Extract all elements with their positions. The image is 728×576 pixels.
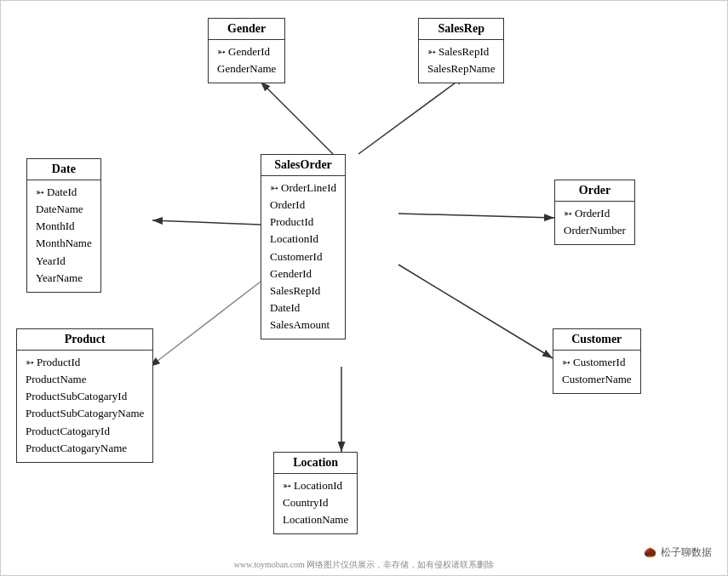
entity-gender: Gender➳GenderIdGenderName xyxy=(208,18,285,83)
entity-salesorder: SalesOrder➳OrderLineIdOrderIdProductIdLo… xyxy=(261,154,346,339)
arrows-svg xyxy=(1,1,728,576)
entity-customer-header: Customer xyxy=(553,329,640,351)
entity-salesrep-header: SalesRep xyxy=(419,19,503,40)
entity-location-body: ➳LocationIdCountryIdLocationName xyxy=(274,474,357,533)
pk-symbol: ➳ xyxy=(562,355,570,371)
field-product-productsubcatogaryname: ProductSubCatogaryName xyxy=(26,405,144,422)
field-gender-gendername: GenderName xyxy=(217,60,276,77)
field-date-monthname: MonthName xyxy=(36,235,92,252)
field-salesorder-orderlineid: ➳OrderLineId xyxy=(270,180,336,197)
watermark-icon: 🌰 xyxy=(644,546,656,559)
entity-customer-body: ➳CustomerIdCustomerName xyxy=(553,351,640,393)
field-salesrep-salesrepid: ➳SalesRepId xyxy=(427,43,495,60)
entity-order-body: ➳OrderIdOrderNumber xyxy=(555,202,634,244)
svg-line-3 xyxy=(398,214,554,218)
pk-symbol: ➳ xyxy=(427,44,436,60)
entity-order: Order➳OrderIdOrderNumber xyxy=(554,180,635,245)
pk-symbol: ➳ xyxy=(283,478,291,494)
field-product-productcatogaryid: ProductCatogaryId xyxy=(26,423,144,440)
watermark-text: 松子聊数据 xyxy=(661,545,712,560)
entity-salesrep-body: ➳SalesRepIdSalesRepName xyxy=(419,40,503,83)
field-location-locationname: LocationName xyxy=(283,511,348,528)
field-order-orderid: ➳OrderId xyxy=(564,205,626,222)
field-salesorder-customerid: CustomerId xyxy=(270,248,336,265)
field-date-yearname: YearName xyxy=(36,270,92,287)
field-location-countryid: CountryId xyxy=(283,494,348,511)
entity-gender-body: ➳GenderIdGenderName xyxy=(209,40,284,83)
pk-symbol: ➳ xyxy=(270,180,278,197)
footer-text: www.toymoban.com 网络图片仅供展示，非存储，如有侵权请联系删除 xyxy=(1,559,727,571)
field-product-productid: ➳ProductId xyxy=(26,354,144,371)
entity-order-header: Order xyxy=(555,180,634,202)
entity-salesorder-header: SalesOrder xyxy=(261,155,345,176)
entity-date-header: Date xyxy=(27,159,100,180)
pk-symbol: ➳ xyxy=(36,185,44,201)
field-salesorder-productid: ProductId xyxy=(270,214,336,231)
entity-location: Location➳LocationIdCountryIdLocationName xyxy=(273,452,358,534)
entity-customer: Customer➳CustomerIdCustomerName xyxy=(553,328,641,394)
field-location-locationid: ➳LocationId xyxy=(283,477,348,494)
watermark: 🌰 松子聊数据 xyxy=(644,545,712,560)
entity-date-body: ➳DateIdDateNameMonthIdMonthNameYearIdYea… xyxy=(27,180,100,292)
svg-line-5 xyxy=(398,265,553,358)
pk-symbol: ➳ xyxy=(26,355,34,371)
field-salesorder-locationid: LocationId xyxy=(270,231,336,248)
entity-product-body: ➳ProductIdProductNameProductSubCatogaryI… xyxy=(17,351,152,462)
field-salesorder-salesrepid: SalesRepId xyxy=(270,282,336,299)
field-customer-customername: CustomerName xyxy=(562,371,632,388)
entity-product: Product➳ProductIdProductNameProductSubCa… xyxy=(16,328,153,463)
field-salesorder-salesamount: SalesAmount xyxy=(270,317,336,334)
field-customer-customerid: ➳CustomerId xyxy=(562,354,632,371)
entity-salesorder-body: ➳OrderLineIdOrderIdProductIdLocationIdCu… xyxy=(261,176,345,339)
diagram-container: Gender➳GenderIdGenderNameSalesRep➳SalesR… xyxy=(0,0,728,576)
entity-location-header: Location xyxy=(274,453,357,474)
entity-gender-header: Gender xyxy=(209,19,284,40)
field-salesorder-dateid: DateId xyxy=(270,299,336,317)
field-salesrep-salesrepname: SalesRepName xyxy=(427,60,495,77)
field-date-yearid: YearId xyxy=(36,253,92,270)
entity-salesrep: SalesRep➳SalesRepIdSalesRepName xyxy=(418,18,504,83)
field-product-productcatogaryname: ProductCatogaryName xyxy=(26,440,144,457)
field-date-datename: DateName xyxy=(36,201,92,218)
field-salesorder-genderid: GenderId xyxy=(270,265,336,282)
field-date-monthid: MonthId xyxy=(36,218,92,235)
field-date-dateid: ➳DateId xyxy=(36,184,92,201)
svg-line-0 xyxy=(261,82,333,154)
pk-symbol: ➳ xyxy=(564,206,572,222)
entity-date: Date➳DateIdDateNameMonthIdMonthNameYearI… xyxy=(26,158,101,293)
field-product-productsubcatogaryid: ProductSubCatogaryId xyxy=(26,388,144,405)
field-gender-genderid: ➳GenderId xyxy=(217,43,276,60)
field-salesorder-orderid: OrderId xyxy=(270,197,336,214)
svg-line-1 xyxy=(358,76,465,154)
entity-product-header: Product xyxy=(17,329,152,351)
field-order-ordernumber: OrderNumber xyxy=(564,222,626,239)
svg-line-2 xyxy=(152,220,261,225)
pk-symbol: ➳ xyxy=(217,44,226,60)
field-product-productname: ProductName xyxy=(26,371,144,388)
svg-line-4 xyxy=(150,282,261,367)
